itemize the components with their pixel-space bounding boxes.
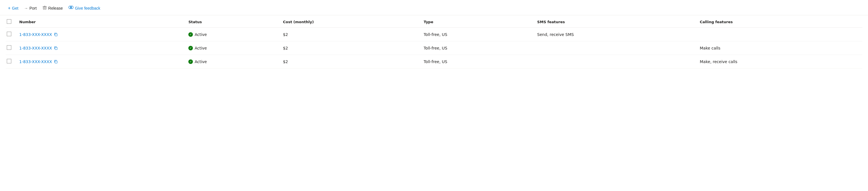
header-checkbox[interactable] [7,19,11,24]
row-number-cell: 1-833-XXX-XXXX [16,55,185,68]
table-header-row: Number Status Cost (monthly) Type SMS fe… [6,15,862,28]
phone-numbers-table: Number Status Cost (monthly) Type SMS fe… [6,15,862,68]
copy-icon[interactable] [54,46,58,50]
row-sms-features-cell [534,55,696,68]
row-checkbox[interactable] [7,32,11,36]
number-link[interactable]: 1-833-XXX-XXXX [19,32,52,37]
row-cost-cell: $2 [279,41,420,55]
active-status-icon [188,32,193,37]
row-checkbox-cell [6,28,16,41]
active-status-icon [188,59,193,64]
plus-icon: + [8,6,10,11]
row-number-cell: 1-833-XXX-XXXX [16,28,185,41]
feedback-icon [68,5,73,11]
arrow-icon: → [24,6,28,10]
row-cost-cell: $2 [279,28,420,41]
copy-icon[interactable] [54,60,58,64]
table-row: 1-833-XXX-XXXX Active$2Toll-free, USMake… [6,41,862,55]
row-calling-features-cell: Make calls [696,41,862,55]
get-button-label: Get [12,6,19,10]
header-sms-features: SMS features [534,15,696,28]
row-status-cell: Active [185,28,279,41]
feedback-button-label: Give feedback [75,6,100,10]
phone-numbers-table-container: Number Status Cost (monthly) Type SMS fe… [0,15,868,68]
row-status-cell: Active [185,41,279,55]
toolbar: + Get → Port Release Give feed [0,0,868,15]
row-sms-features-cell: Send, receive SMS [534,28,696,41]
port-button-label: Port [29,6,37,10]
row-checkbox[interactable] [7,59,11,63]
header-calling-features: Calling features [696,15,862,28]
header-status: Status [185,15,279,28]
active-status-icon [188,46,193,51]
row-type-cell: Toll-free, US [420,28,534,41]
release-button[interactable]: Release [40,4,65,12]
row-checkbox-cell [6,55,16,68]
row-cost-cell: $2 [279,55,420,68]
release-button-label: Release [49,6,63,10]
feedback-button[interactable]: Give feedback [66,4,103,12]
row-type-cell: Toll-free, US [420,41,534,55]
number-link[interactable]: 1-833-XXX-XXXX [19,59,52,64]
status-label: Active [194,59,207,64]
port-button[interactable]: → Port [22,4,39,12]
status-label: Active [194,32,207,37]
header-checkbox-cell [6,15,16,28]
row-sms-features-cell [534,41,696,55]
row-type-cell: Toll-free, US [420,55,534,68]
header-number: Number [16,15,185,28]
table-row: 1-833-XXX-XXXX Active$2Toll-free, USMake… [6,55,862,68]
svg-rect-0 [43,7,46,9]
header-type: Type [420,15,534,28]
get-button[interactable]: + Get [6,4,21,12]
table-row: 1-833-XXX-XXXX Active$2Toll-free, USSend… [6,28,862,41]
svg-rect-7 [55,34,57,36]
svg-rect-8 [55,47,57,50]
row-status-cell: Active [185,55,279,68]
trash-icon [42,5,47,11]
row-calling-features-cell [696,28,862,41]
status-label: Active [194,46,207,51]
row-number-cell: 1-833-XXX-XXXX [16,41,185,55]
number-link[interactable]: 1-833-XXX-XXXX [19,46,52,51]
row-checkbox-cell [6,41,16,55]
row-calling-features-cell: Make, receive calls [696,55,862,68]
copy-icon[interactable] [54,33,58,36]
svg-rect-9 [55,61,57,63]
header-cost: Cost (monthly) [279,15,420,28]
row-checkbox[interactable] [7,45,11,50]
